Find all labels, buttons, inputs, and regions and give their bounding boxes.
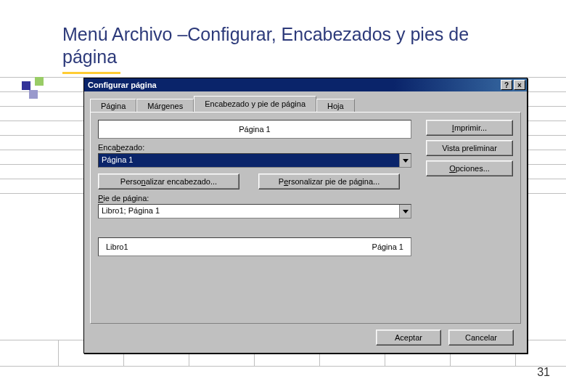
header-preview-center: Página 1 bbox=[239, 125, 270, 134]
chevron-down-icon bbox=[403, 159, 409, 163]
header-combo-dropdown[interactable] bbox=[399, 154, 411, 167]
tab-hoja[interactable]: Hoja bbox=[316, 99, 355, 113]
ok-button[interactable]: Aceptar bbox=[376, 330, 441, 346]
footer-preview-right: Página 1 bbox=[372, 242, 403, 251]
cancel-button[interactable]: Cancelar bbox=[448, 330, 514, 346]
tab-strip: Página Márgenes Encabezado y pie de pági… bbox=[90, 96, 521, 112]
tab-encabezado-pie[interactable]: Encabezado y pie de página bbox=[194, 96, 316, 112]
slide-page-number: 31 bbox=[537, 366, 550, 379]
customize-header-button[interactable]: Personalizar encabezado... bbox=[98, 173, 239, 189]
footer-combo[interactable]: Libro1; Página 1 bbox=[98, 204, 411, 219]
close-icon: × bbox=[517, 81, 522, 89]
tab-pagina[interactable]: Página bbox=[90, 99, 136, 113]
footer-combo-dropdown[interactable] bbox=[399, 205, 411, 218]
footer-label: Pie de página: bbox=[98, 194, 513, 203]
footer-preview-left: Libro1 bbox=[106, 242, 128, 251]
print-preview-button[interactable]: Vista preliminar bbox=[426, 140, 513, 156]
footer-combo-value: Libro1; Página 1 bbox=[99, 205, 399, 218]
header-combo-value: Página 1 bbox=[99, 154, 399, 167]
footer-preview: Libro1 Página 1 bbox=[98, 237, 411, 256]
help-button[interactable]: ? bbox=[501, 80, 512, 90]
header-preview: Página 1 bbox=[98, 120, 411, 139]
customize-footer-button[interactable]: Personalizar pie de página... bbox=[258, 173, 400, 189]
chevron-down-icon bbox=[403, 210, 409, 213]
page-setup-dialog: Configurar página ? × Página Márgenes En… bbox=[83, 78, 528, 354]
header-combo[interactable]: Página 1 bbox=[98, 153, 411, 168]
titlebar[interactable]: Configurar página ? × bbox=[84, 78, 527, 91]
tab-margenes[interactable]: Márgenes bbox=[136, 99, 194, 113]
close-button[interactable]: × bbox=[514, 80, 525, 90]
question-icon: ? bbox=[504, 81, 509, 89]
print-button[interactable]: Imprimir... bbox=[426, 120, 513, 136]
tab-panel-encabezado: Imprimir... Vista preliminar Opciones...… bbox=[90, 112, 521, 324]
slide-title: Menú Archivo –Configurar, Encabezados y … bbox=[62, 23, 512, 69]
window-title: Configurar página bbox=[86, 81, 499, 89]
options-button[interactable]: Opciones... bbox=[426, 160, 513, 176]
title-underline-accent bbox=[62, 72, 120, 74]
